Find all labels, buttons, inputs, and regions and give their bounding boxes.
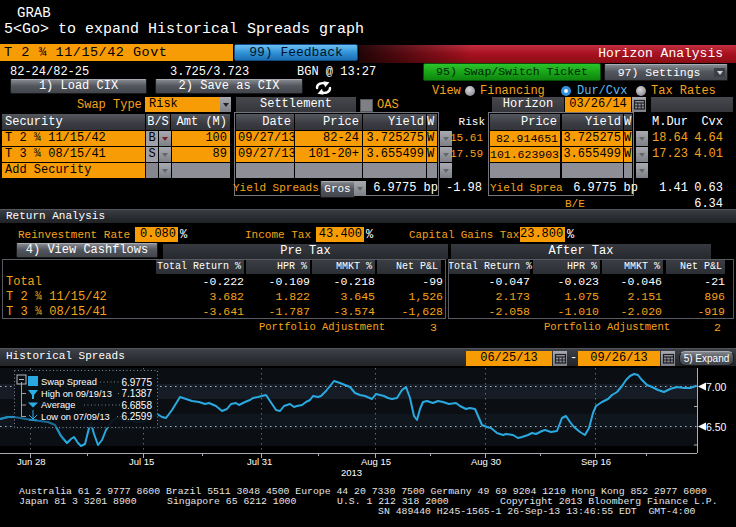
- svg-text:6.50: 6.50: [706, 421, 727, 433]
- svg-text:6.9775: 6.9775: [121, 377, 152, 388]
- svg-text:7.00: 7.00: [706, 381, 727, 393]
- svg-text:Swap Spread: Swap Spread: [41, 377, 97, 387]
- svg-text:6.6858: 6.6858: [121, 400, 152, 411]
- svg-text:Low on 07/09/13: Low on 07/09/13: [41, 412, 110, 422]
- svg-text:High on 09/19/13: High on 09/19/13: [41, 389, 112, 399]
- svg-text:7.1387: 7.1387: [121, 388, 152, 399]
- svg-text:Sep 16: Sep 16: [581, 456, 611, 467]
- svg-text:Average: Average: [41, 400, 75, 410]
- svg-text:Jul 31: Jul 31: [247, 456, 272, 467]
- svg-text:2013: 2013: [341, 467, 362, 478]
- svg-text:Aug 15: Aug 15: [361, 456, 391, 467]
- svg-text:Aug 30: Aug 30: [471, 456, 501, 467]
- svg-text:Jun 28: Jun 28: [17, 456, 46, 467]
- svg-text:6.2599: 6.2599: [121, 411, 152, 422]
- svg-text:Jul 15: Jul 15: [129, 456, 154, 467]
